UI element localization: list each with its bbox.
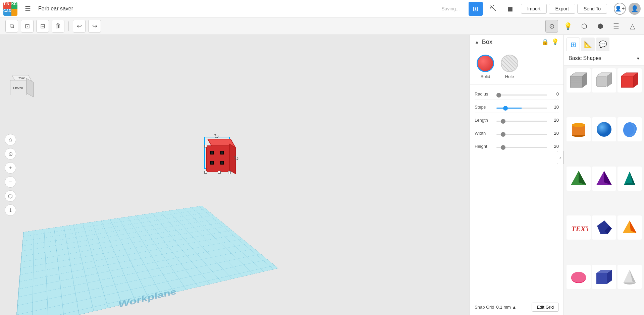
solid-type-option[interactable]: Solid: [477, 55, 494, 79]
props-header: ▲ Box 🔒 💡: [470, 35, 564, 49]
export-button[interactable]: Export: [549, 4, 575, 14]
hole-circle-icon: [501, 55, 518, 72]
steps-slider[interactable]: [496, 108, 547, 109]
shape-orange-cylinder[interactable]: [567, 117, 591, 141]
snap-grid-label: Snap Grid: [475, 305, 494, 310]
grid-view-button[interactable]: ⊞: [469, 2, 483, 16]
hole-type-option[interactable]: Hole: [501, 55, 518, 79]
shape-blue-sphere[interactable]: [592, 117, 616, 141]
home-nav-button[interactable]: ⌂: [5, 134, 16, 145]
top-action-buttons: Import Export Send To: [521, 4, 607, 14]
solid-label: Solid: [481, 74, 490, 79]
svg-rect-28: [596, 273, 607, 284]
shape-navy-box[interactable]: [592, 265, 616, 289]
svg-rect-10: [621, 76, 633, 87]
reflect-button[interactable]: △: [626, 20, 639, 33]
tab-notes[interactable]: 💬: [596, 38, 609, 51]
import-button[interactable]: Import: [521, 4, 547, 14]
scale-handle-ml[interactable]: [204, 145, 207, 147]
svg-point-27: [571, 272, 586, 282]
props-eye-button[interactable]: 💡: [551, 38, 559, 46]
shape-yellow-pyramid[interactable]: [618, 215, 642, 240]
shapes-dropdown-button[interactable]: ▾: [637, 56, 639, 61]
height-slider-wrap: [496, 143, 547, 149]
3d-object[interactable]: ↻ ↻: [201, 139, 231, 172]
tab-measure[interactable]: 📐: [581, 38, 595, 51]
focus-nav-button[interactable]: ⊙: [5, 148, 16, 160]
toolbar-right: ⊙ 💡 ⬡ ⬢ ☰ △: [545, 20, 639, 33]
shape-teal-shape[interactable]: [618, 167, 642, 191]
zoom-out-button[interactable]: −: [5, 176, 16, 188]
shape-green-pyramid[interactable]: [567, 167, 591, 191]
send-to-button[interactable]: Send To: [577, 4, 607, 14]
shape-rounded-box[interactable]: [592, 68, 616, 92]
svg-text:TEXT: TEXT: [571, 225, 588, 233]
rotate-handle-right[interactable]: ↻: [234, 155, 239, 162]
shape-striped-box[interactable]: [567, 68, 591, 92]
viewport[interactable]: TOP FRONT Workplane: [0, 35, 470, 315]
width-value: 20: [550, 131, 559, 136]
tab-grid[interactable]: ⊞: [567, 38, 580, 51]
align-button[interactable]: ☰: [610, 20, 623, 33]
length-label: Length: [475, 118, 493, 123]
shapes-grid: TEXT: [564, 66, 644, 315]
shape-blue-organic[interactable]: [618, 117, 642, 141]
project-title[interactable]: Ferb ear saver: [38, 6, 73, 12]
orientation-cube[interactable]: TOP FRONT: [10, 75, 37, 102]
radius-field-row: Radius 0: [475, 88, 559, 100]
zoom-in-button[interactable]: +: [5, 162, 16, 174]
shapes-title: Basic Shapes: [569, 55, 601, 61]
rotate-handle-top[interactable]: ↻: [214, 133, 219, 140]
user-area: 👤+ 👤: [614, 3, 641, 15]
props-title: Box: [482, 39, 539, 46]
add-user-button[interactable]: 👤+: [614, 3, 626, 15]
pickaxe-view-button[interactable]: ⛏: [486, 2, 500, 16]
ungroup-button[interactable]: ⊟: [36, 20, 49, 33]
shape-text[interactable]: TEXT: [567, 215, 591, 240]
steps-value: 10: [550, 105, 559, 110]
copy-button[interactable]: ⧉: [5, 20, 18, 33]
logo-cell-tin: TIN: [3, 2, 11, 9]
length-slider-wrap: [496, 117, 547, 123]
shape-red-box[interactable]: [618, 68, 642, 92]
radius-slider[interactable]: [496, 94, 547, 96]
width-slider[interactable]: [496, 134, 547, 135]
mirror-button[interactable]: ⬢: [594, 20, 606, 33]
props-lock-button[interactable]: 🔒: [541, 38, 549, 46]
redo-button[interactable]: ↪: [88, 20, 101, 33]
length-slider[interactable]: [496, 121, 547, 122]
shape-pink-oval[interactable]: [567, 265, 591, 289]
group-button[interactable]: ⊡: [21, 20, 34, 33]
scale-handle-bl[interactable]: [204, 171, 207, 174]
app-logo: TIN KER CAD: [3, 2, 17, 16]
menu-button[interactable]: ☰: [21, 2, 35, 16]
shape-purple-pyramid[interactable]: [592, 167, 616, 191]
user-avatar[interactable]: 👤: [629, 3, 641, 15]
panel-expand-button[interactable]: ›: [557, 151, 564, 164]
shape-outline-button[interactable]: ⬡: [578, 20, 590, 33]
snap-grid-value[interactable]: 0.1 mm ▲: [496, 305, 517, 310]
snap-grid-row: Snap Grid 0.1 mm ▲: [475, 305, 532, 310]
height-value: 20: [550, 144, 559, 149]
logo-cell-ker: KER: [11, 2, 17, 9]
shape-navy-prism[interactable]: [592, 215, 616, 240]
light-button[interactable]: 💡: [561, 20, 574, 33]
grab-nav-button[interactable]: ⤓: [5, 204, 16, 216]
height-label: Height: [475, 144, 493, 149]
delete-button[interactable]: 🗑: [52, 20, 64, 33]
camera-button[interactable]: ⊙: [545, 20, 558, 33]
build-view-button[interactable]: ◼: [503, 2, 518, 16]
object-front-face: [206, 145, 230, 172]
height-slider[interactable]: [496, 147, 547, 148]
shape-nav-button[interactable]: ⬡: [5, 190, 16, 202]
main-area: TOP FRONT Workplane: [0, 35, 644, 315]
scale-handle-mr[interactable]: [228, 172, 231, 174]
edit-grid-button[interactable]: Edit Grid: [532, 303, 559, 312]
hole-label: Hole: [505, 74, 514, 79]
props-fields: Radius 0 Steps 10 Length 20: [470, 85, 564, 155]
undo-button[interactable]: ↩: [73, 20, 86, 33]
shape-white-cone[interactable]: [618, 265, 642, 289]
props-collapse-button[interactable]: ▲: [475, 39, 479, 45]
properties-panel: ▲ Box 🔒 💡 Solid Hole Radius 0: [470, 35, 564, 315]
scale-handle-bc[interactable]: [218, 171, 221, 174]
